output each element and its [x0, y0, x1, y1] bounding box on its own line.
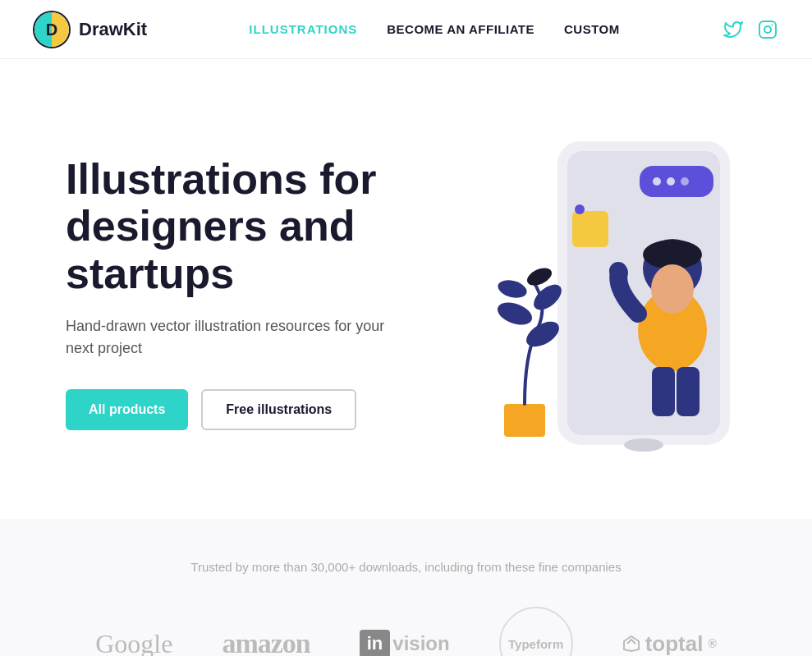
nav-links: ILLUSTRATIONS BECOME AN AFFILIATE CUSTOM — [249, 22, 619, 36]
svg-point-15 — [651, 264, 694, 314]
svg-point-8 — [681, 177, 689, 186]
social-links — [722, 18, 779, 41]
brand-name: DrawKit — [79, 19, 147, 40]
svg-rect-19 — [504, 404, 545, 437]
hero-subtitle: Hand-drawn vector illustration resources… — [66, 315, 411, 360]
svg-rect-9 — [572, 211, 608, 247]
free-illustrations-button[interactable]: Free illustrations — [201, 389, 356, 430]
svg-point-16 — [609, 262, 627, 280]
hero-buttons: All products Free illustrations — [66, 389, 411, 430]
nav-link-custom[interactable]: CUSTOM — [564, 22, 620, 36]
company-logos: Google amazon in vision Typeform toptal … — [49, 607, 763, 656]
svg-rect-18 — [677, 367, 700, 416]
hero-section: Illustrations for designers and startups… — [0, 59, 812, 519]
logo-letter-icon: D — [46, 20, 57, 39]
svg-point-1 — [764, 26, 771, 33]
google-logo: Google — [95, 629, 172, 657]
svg-rect-17 — [652, 367, 675, 416]
svg-rect-0 — [759, 21, 776, 38]
amazon-logo: amazon — [222, 628, 310, 656]
hero-illustration — [418, 117, 763, 470]
svg-point-25 — [624, 438, 663, 452]
nav-link-illustrations[interactable]: ILLUSTRATIONS — [249, 22, 357, 36]
svg-point-24 — [525, 264, 555, 289]
svg-rect-5 — [640, 166, 713, 197]
trusted-text: Trusted by more than 30,000+ downloads, … — [49, 560, 763, 574]
trusted-section: Trusted by more than 30,000+ downloads, … — [0, 519, 812, 656]
svg-point-10 — [575, 204, 585, 214]
svg-point-7 — [667, 177, 675, 186]
invision-logo: in vision — [360, 630, 450, 656]
logo-area[interactable]: D DrawKit — [33, 11, 147, 48]
toptal-icon — [622, 635, 640, 653]
navbar: D DrawKit ILLUSTRATIONS BECOME AN AFFILI… — [0, 0, 812, 59]
svg-point-6 — [653, 177, 661, 186]
hero-title: Illustrations for designers and startups — [66, 156, 411, 297]
svg-point-21 — [494, 298, 535, 329]
instagram-link[interactable] — [756, 18, 779, 41]
instagram-icon — [758, 20, 778, 39]
toptal-logo: toptal ® — [622, 631, 717, 657]
twitter-icon — [723, 20, 743, 39]
typeform-logo: Typeform — [499, 607, 573, 656]
nav-link-affiliate[interactable]: BECOME AN AFFILIATE — [387, 22, 534, 36]
all-products-button[interactable]: All products — [66, 389, 188, 430]
twitter-link[interactable] — [722, 18, 745, 41]
logo-icon: D — [33, 11, 71, 48]
svg-point-2 — [772, 24, 773, 25]
hero-content: Illustrations for designers and startups… — [66, 156, 411, 430]
hero-svg — [418, 117, 763, 470]
svg-point-23 — [496, 278, 529, 301]
